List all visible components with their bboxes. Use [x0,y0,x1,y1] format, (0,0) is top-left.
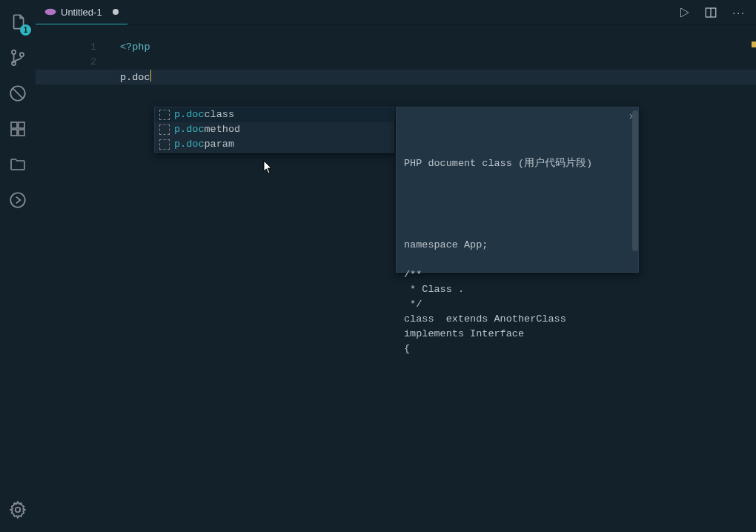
source-control-activity[interactable] [0,40,36,76]
bug-slash-icon [8,84,27,103]
editor-actions: ··· [676,0,756,24]
svg-rect-4 [11,122,17,128]
split-editor-button[interactable] [703,4,719,21]
suggest-widget[interactable]: p.docclass p.docmethod p.docparam [154,107,394,153]
php-activity[interactable] [0,182,36,218]
app-root: 1 [0,0,756,532]
line-gutter: 1 2 3 [36,25,110,532]
line-number: 2 [36,55,110,70]
php-file-icon [44,7,55,17]
circle-arrow-icon [8,190,27,210]
snippet-icon [159,110,170,120]
editor[interactable]: 1 2 3 <?php p.doc p.docclass p [36,25,756,532]
suggest-item-1[interactable]: p.docmethod [155,122,394,137]
suggest-item-0[interactable]: p.docclass [155,107,394,122]
explorer-activity[interactable]: 1 [0,4,36,40]
doc-scrollbar[interactable] [632,110,638,251]
svg-rect-6 [19,130,24,136]
suggest-item-2[interactable]: p.docparam [155,137,394,152]
doc-body: namespace App; /** * Class . */ class ex… [404,238,631,356]
svg-rect-7 [19,122,24,128]
suggest-details: × PHP document class (用户代码片段) namespace … [396,107,639,273]
play-icon [677,6,691,19]
code-line-1: <?php [110,40,756,55]
settings-activity[interactable] [0,492,36,528]
activity-bar: 1 [0,0,36,532]
debug-activity[interactable] [0,76,36,111]
more-actions-button[interactable]: ··· [729,7,749,19]
svg-point-8 [10,193,25,207]
branch-icon [8,48,27,67]
code-line-3: p.doc [110,70,756,84]
svg-rect-5 [11,130,17,136]
code-line-2 [110,55,756,70]
main-area: Untitled-1 ··· 1 [36,0,756,532]
explorer-badge: 1 [20,24,31,36]
run-button[interactable] [676,4,692,21]
extensions-activity[interactable] [0,111,36,147]
svg-point-0 [12,50,16,54]
tab-bar: Untitled-1 ··· [36,0,756,25]
tab-untitled-1[interactable]: Untitled-1 [36,0,127,24]
dirty-indicator-icon [113,9,119,15]
svg-point-10 [45,9,56,15]
line-number: 1 [36,40,110,55]
svg-point-2 [20,53,24,56]
folder-activity[interactable] [0,147,36,182]
split-icon [704,6,717,19]
gear-icon [8,500,27,519]
folder-icon [9,156,27,173]
snippet-icon [159,139,170,150]
text-cursor [150,70,152,82]
tab-title: Untitled-1 [61,7,102,18]
doc-title: PHP document class (用户代码片段) [404,156,631,171]
snippet-icon [159,124,170,135]
extensions-icon [9,120,27,138]
svg-point-9 [16,508,21,513]
